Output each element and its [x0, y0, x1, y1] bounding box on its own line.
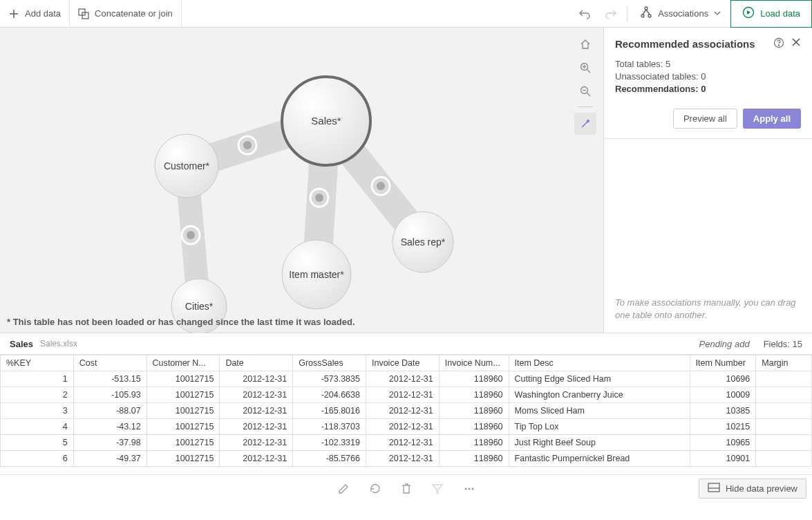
column-header[interactable]: Invoice Date [366, 355, 439, 371]
concatenate-button[interactable]: Concatenate or join [70, 0, 182, 28]
cell: -165.8016 [293, 403, 366, 419]
cell: 2012-12-31 [366, 435, 439, 451]
svg-rect-42 [708, 483, 719, 492]
column-header[interactable]: Invoice Num... [439, 355, 509, 371]
table-row[interactable]: 5-37.98100127152012-12-31-102.33192012-1… [1, 435, 812, 451]
close-icon[interactable] [791, 37, 801, 50]
recommendations-line: Recommendations: 0 [615, 84, 801, 94]
table-row[interactable]: 6-49.37100127152012-12-31-85.57662012-12… [1, 451, 812, 467]
svg-point-41 [471, 488, 473, 490]
cell: 2012-12-31 [220, 371, 293, 387]
associations-label: Associations [658, 8, 708, 19]
cell: 2012-12-31 [366, 451, 439, 467]
svg-text:Customer*: Customer* [164, 160, 210, 171]
column-header[interactable]: Customer N... [147, 355, 220, 371]
total-tables-line: Total tables: 5 [615, 59, 801, 69]
cell: 2012-12-31 [220, 387, 293, 403]
cell: 3 [1, 403, 74, 419]
cell: Cutting Edge Sliced Ham [509, 371, 690, 387]
svg-point-17 [187, 231, 195, 239]
table-row[interactable]: 2-105.93100127152012-12-31-204.66382012-… [1, 387, 812, 403]
associations-dropdown[interactable]: Associations [630, 0, 730, 28]
redo-button[interactable] [598, 0, 624, 28]
preview-header: Sales Sales.xlsx Pending add Fields: 15 [0, 333, 812, 354]
preview-table-name: Sales [10, 339, 33, 349]
column-header[interactable]: Cost [73, 355, 147, 371]
more-button[interactable] [463, 483, 475, 495]
cell: 10385 [690, 403, 756, 419]
column-header[interactable]: GrossSales [293, 355, 366, 371]
cell: 10009 [690, 387, 756, 403]
cell: 2012-12-31 [366, 403, 439, 419]
svg-point-5 [641, 15, 644, 17]
cell: 10012715 [147, 371, 220, 387]
zoom-out-button[interactable] [576, 82, 595, 101]
table-row[interactable]: 3-88.07100127152012-12-31-165.80162012-1… [1, 403, 812, 419]
add-data-button[interactable]: Add data [0, 0, 70, 28]
refresh-button[interactable] [369, 483, 381, 495]
canvas-tools [574, 35, 596, 135]
svg-point-40 [468, 488, 470, 490]
cell: 10901 [690, 451, 756, 467]
cell: 2012-12-31 [220, 435, 293, 451]
graph-svg: Sales* Customer* Item master* Sales rep*… [0, 28, 603, 333]
table-row[interactable]: 4-43.12100127152012-12-31-118.37032012-1… [1, 419, 812, 435]
svg-line-28 [587, 70, 591, 73]
help-icon[interactable] [773, 37, 784, 50]
hide-data-preview-button[interactable]: Hide data preview [699, 479, 806, 499]
cell: 10215 [690, 419, 756, 435]
cell: 10012715 [147, 435, 220, 451]
column-header[interactable]: Date [220, 355, 293, 371]
zoom-in-button[interactable] [576, 58, 595, 77]
cell: 118960 [439, 387, 509, 403]
associations-canvas[interactable]: Sales* Customer* Item master* Sales rep*… [0, 28, 603, 333]
cell: 118960 [439, 419, 509, 435]
cell [756, 419, 812, 435]
delete-button[interactable] [401, 483, 412, 495]
cell: 2012-12-31 [366, 371, 439, 387]
apply-all-button[interactable]: Apply all [743, 109, 801, 129]
cell [756, 435, 812, 451]
cell: -37.98 [73, 435, 147, 451]
magic-wand-button[interactable] [574, 113, 596, 135]
cell [756, 403, 812, 419]
table-row[interactable]: 1-513.15100127152012-12-31-573.38352012-… [1, 371, 812, 387]
undo-button[interactable] [572, 0, 598, 28]
cell: -49.37 [73, 451, 147, 467]
cell: Fantastic Pumpernickel Bread [509, 451, 690, 467]
hide-preview-label: Hide data preview [726, 483, 797, 494]
column-header[interactable]: Item Number [690, 355, 756, 371]
svg-point-16 [377, 182, 385, 190]
preview-pending: Pending add [699, 339, 750, 349]
cell: -43.12 [73, 419, 147, 435]
preview-file-name: Sales.xlsx [40, 339, 699, 349]
svg-point-14 [243, 141, 252, 149]
recommendations-panel: Recommended associations Total tables: 5… [603, 28, 812, 333]
plus-icon [8, 8, 19, 19]
svg-line-7 [643, 10, 646, 15]
svg-text:Sales rep*: Sales rep* [401, 236, 446, 248]
cell: Moms Sliced Ham [509, 403, 690, 419]
column-header[interactable]: Margin [756, 355, 812, 371]
cell: -85.5766 [293, 451, 366, 467]
preview-icon [708, 483, 720, 494]
cell: -513.15 [73, 371, 147, 387]
edit-button[interactable] [337, 483, 350, 495]
canvas-footnote: * This table has not been loaded or has … [7, 317, 355, 327]
svg-point-39 [464, 488, 466, 490]
data-preview-grid[interactable]: %KEYCostCustomer N...DateGrossSalesInvoi… [0, 354, 812, 474]
filter-button[interactable] [431, 483, 444, 495]
load-data-button[interactable]: Load data [730, 0, 812, 28]
cell: 10012715 [147, 451, 220, 467]
preview-all-button[interactable]: Preview all [673, 109, 737, 129]
home-button[interactable] [576, 35, 595, 54]
cell: 5 [1, 435, 74, 451]
column-header[interactable]: Item Desc [509, 355, 690, 371]
cell: -88.07 [73, 403, 147, 419]
add-data-label: Add data [25, 8, 61, 19]
cell: 10012715 [147, 387, 220, 403]
svg-line-8 [646, 10, 650, 15]
svg-point-36 [778, 45, 779, 46]
column-header[interactable]: %KEY [1, 355, 74, 371]
cell: 2 [1, 387, 74, 403]
